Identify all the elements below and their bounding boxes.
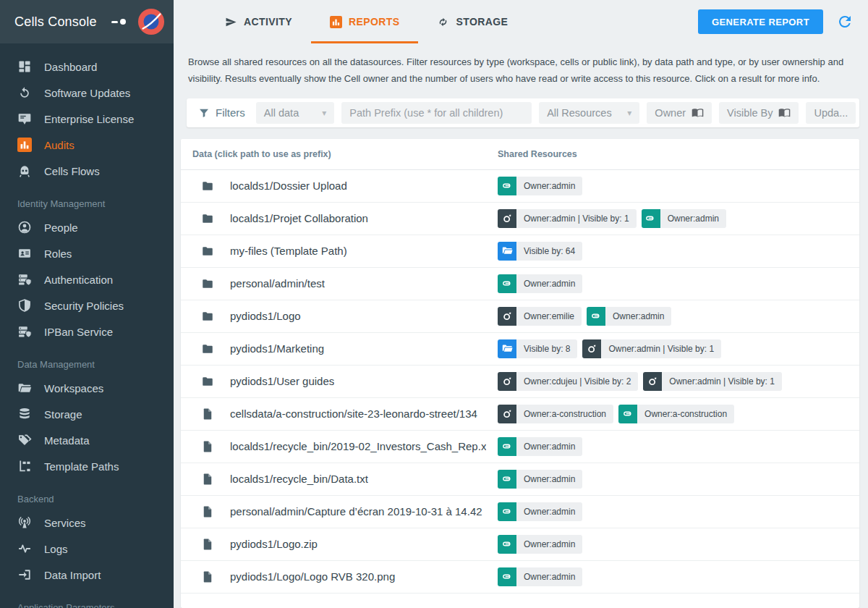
tab-reports[interactable]: REPORTS — [311, 0, 418, 43]
table-row[interactable]: personal/admin/testOwner:admin — [181, 268, 859, 300]
tab-storage[interactable]: STORAGE — [418, 0, 527, 43]
badge-label: Owner:admin — [516, 502, 582, 521]
shared-resource-badge[interactable]: Owner:admin — [498, 502, 582, 521]
resource-path[interactable]: pydiods1/Logo/Logo RVB 320.png — [230, 570, 395, 583]
resource-path[interactable]: cellsdata/a-construction/site-23-leonard… — [230, 408, 477, 420]
sidebar-nav: DashboardSoftware UpdatesEnterprise Lice… — [0, 43, 174, 608]
folder-icon — [201, 245, 214, 258]
sidebar-item-services[interactable]: Services — [0, 510, 174, 536]
column-header-shared: Shared Resources — [498, 149, 859, 159]
table-row[interactable]: pydiods1/Logo.zipOwner:admin — [181, 528, 859, 561]
cell-icon — [498, 372, 516, 391]
shared-resource-badge[interactable]: Visible by: 64 — [498, 242, 582, 261]
sidebar-item-ipban-service[interactable]: IPBan Service — [0, 318, 174, 345]
file-icon — [201, 505, 214, 518]
table-row[interactable]: pydiods1/User guidesOwner:cdujeu | Visib… — [181, 366, 859, 398]
server-shield-icon — [17, 324, 32, 339]
badge-label: Visible by: 64 — [516, 242, 582, 261]
pydio-logo[interactable] — [137, 8, 165, 35]
shared-resource-badge[interactable]: Owner:admin — [642, 209, 726, 228]
sidebar-item-workspaces[interactable]: Workspaces — [0, 375, 174, 401]
dashboard-icon — [17, 59, 32, 74]
resources-select[interactable]: All Resources▾ — [539, 102, 639, 124]
sidebar-item-template-paths[interactable]: Template Paths — [0, 453, 174, 479]
sidebar-item-logs[interactable]: Logs — [0, 536, 174, 562]
tab-activity[interactable]: ACTIVITY — [206, 0, 311, 43]
sidebar-item-label: Services — [44, 517, 86, 529]
badge-label: Owner:admin — [516, 177, 582, 195]
import-icon — [17, 567, 32, 582]
resource-path[interactable]: pydiods1/Marketing — [230, 342, 324, 355]
enterprise-license-icon — [17, 111, 32, 126]
shared-resource-badge[interactable]: Owner:a-construction — [498, 405, 613, 423]
shared-resource-badge[interactable]: Owner:admin — [498, 470, 582, 489]
table-row[interactable]: localds1/recycle_bin/2019-02_Investors_C… — [181, 431, 859, 463]
folder-icon — [201, 342, 214, 355]
badge-label: Owner:admin | Visible by: 1 — [516, 209, 637, 228]
server-shield-icon — [17, 272, 32, 287]
resource-path[interactable]: personal/admin/Capture d’écran 2019-10-3… — [230, 505, 482, 518]
sidebar-item-data-import[interactable]: Data Import — [0, 562, 174, 588]
shared-resource-badge[interactable]: Owner:admin — [498, 274, 582, 293]
owner-filter-button[interactable]: Owner — [647, 102, 712, 124]
table-row[interactable]: pydiods1/Logo/Logo RVB 320.pngOwner:admi… — [181, 561, 859, 594]
sidebar-item-security-policies[interactable]: Security Policies — [0, 292, 174, 318]
shared-resource-badge[interactable]: Owner:admin | Visible by: 1 — [643, 372, 782, 391]
shared-resource-badge[interactable]: Owner:a-construction — [618, 405, 734, 423]
table-row[interactable]: localds1/Dossier UploadOwner:admin — [181, 170, 859, 203]
table-row[interactable]: personal/admin/Capture d’écran 2019-10-3… — [181, 496, 859, 528]
resource-path[interactable]: pydiods1/Logo.zip — [230, 538, 318, 550]
shared-resource-badge[interactable]: Owner:cdujeu | Visible by: 2 — [498, 372, 638, 391]
table-row[interactable]: pydiods1/LogoOwner:emilieOwner:admin — [181, 300, 859, 333]
refresh-icon[interactable] — [836, 13, 854, 30]
shared-resource-badge[interactable]: Owner:admin | Visible by: 1 — [582, 339, 721, 358]
shared-resource-badge[interactable]: Visible by: 8 — [498, 339, 577, 358]
table-row[interactable]: pydiods1/MarketingVisible by: 8Owner:adm… — [181, 333, 859, 366]
resource-path[interactable]: pydiods1/Logo — [230, 310, 301, 322]
sidebar-item-people[interactable]: People — [0, 214, 174, 240]
folder-open-icon — [17, 381, 32, 395]
badge-label: Owner:a-construction — [516, 405, 613, 423]
resource-path[interactable]: localds1/Projet Collaboration — [230, 212, 368, 224]
resource-path[interactable]: my-files (Template Path) — [230, 245, 347, 257]
resource-path[interactable]: localds1/recycle_bin/2019-02_Investors_C… — [230, 440, 486, 452]
updated-filter-button[interactable]: Upda... — [806, 102, 856, 124]
console-toggle-icon[interactable] — [111, 19, 126, 25]
folder-open-icon — [498, 242, 516, 261]
sidebar-item-software-updates[interactable]: Software Updates — [0, 80, 174, 106]
table-row[interactable]: localds1/recycle_bin/Data.txtOwner:admin — [181, 463, 859, 496]
generate-report-button[interactable]: GENERATE REPORT — [698, 9, 823, 34]
sidebar-item-enterprise-license[interactable]: Enterprise License — [0, 106, 174, 132]
table-row[interactable]: cellsdata/a-construction/site-23-leonard… — [181, 398, 859, 431]
sidebar-item-storage[interactable]: Storage — [0, 401, 174, 427]
sidebar-item-dashboard[interactable]: Dashboard — [0, 54, 174, 80]
resource-path[interactable]: personal/admin/test — [230, 277, 325, 290]
resource-path[interactable]: localds1/Dossier Upload — [230, 180, 347, 192]
visible-by-filter-button[interactable]: Visible By — [719, 102, 799, 124]
sidebar-item-authentication[interactable]: Authentication — [0, 266, 174, 292]
path-prefix-field[interactable] — [349, 107, 524, 119]
shared-resource-badge[interactable]: Owner:admin — [498, 437, 582, 456]
app-title: Cells Console — [14, 14, 111, 30]
table-row[interactable]: my-files (Template Path)Visible by: 64 — [181, 235, 859, 268]
resource-path[interactable]: localds1/recycle_bin/Data.txt — [230, 473, 368, 485]
datasource-select[interactable]: All data▾ — [256, 102, 334, 124]
sidebar-item-metadata[interactable]: Metadata — [0, 427, 174, 453]
shared-resource-badge[interactable]: Owner:admin — [498, 177, 582, 195]
shared-resource-badge[interactable]: Owner:emilie — [498, 307, 582, 326]
shared-resource-badge[interactable]: Owner:admin — [498, 535, 582, 554]
badge-label: Owner:admin — [516, 274, 582, 293]
folder-icon — [201, 375, 214, 388]
sidebar-item-cells-flows[interactable]: Cells Flows — [0, 158, 174, 184]
resource-path[interactable]: pydiods1/User guides — [230, 375, 334, 387]
badge-label: Owner:admin — [516, 567, 582, 586]
path-prefix-input[interactable] — [341, 102, 532, 124]
shared-resource-badge[interactable]: Owner:admin | Visible by: 1 — [498, 209, 637, 228]
sidebar-item-roles[interactable]: Roles — [0, 240, 174, 266]
sidebar-item-label: Data Import — [44, 569, 101, 581]
shared-resource-badge[interactable]: Owner:admin — [587, 307, 671, 326]
sidebar-item-audits[interactable]: Audits — [0, 132, 174, 158]
filter-funnel-icon — [198, 107, 210, 119]
table-row[interactable]: localds1/Projet CollaborationOwner:admin… — [181, 203, 859, 235]
shared-resource-badge[interactable]: Owner:admin — [498, 567, 582, 586]
